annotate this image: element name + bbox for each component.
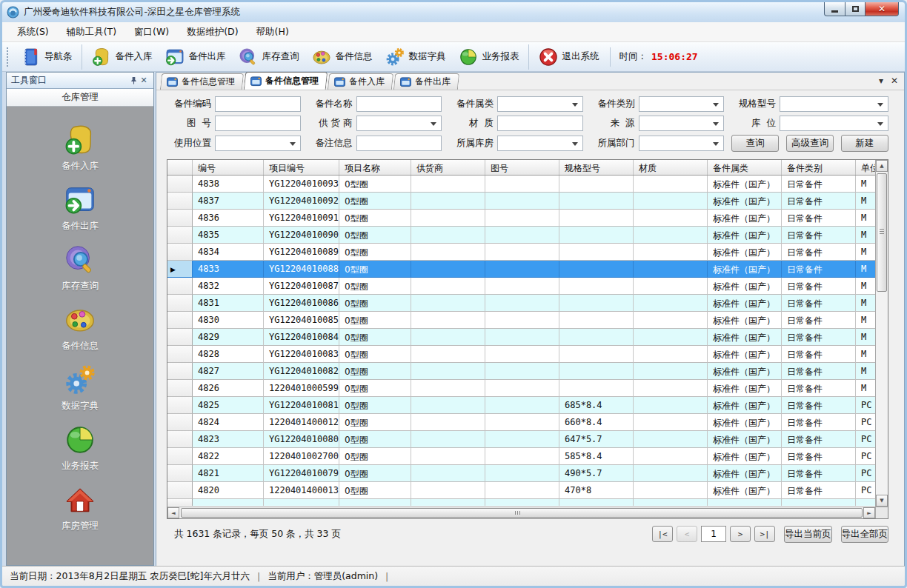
sidebar-item[interactable]: 备件信息 bbox=[62, 303, 99, 353]
cell-category[interactable]: 标准件（国产） bbox=[708, 193, 782, 210]
cell-category[interactable]: 标准件（国产） bbox=[708, 176, 782, 193]
cell-project-name[interactable]: 0型圈 bbox=[339, 312, 411, 329]
cell-id[interactable]: 4828 bbox=[193, 346, 264, 363]
cell-project-name[interactable]: 0型圈 bbox=[339, 176, 411, 193]
cell-project-no[interactable]: YG12204010090 bbox=[264, 227, 339, 244]
row-selector[interactable] bbox=[167, 210, 193, 227]
cell-category[interactable]: 标准件（国产） bbox=[708, 448, 782, 465]
cell-project-no[interactable]: YG12204010085 bbox=[264, 312, 339, 329]
sidebar-item[interactable]: 备件入库 bbox=[62, 123, 99, 173]
cell-spec[interactable]: 470*8 bbox=[559, 482, 634, 499]
close-button[interactable]: ✕ bbox=[866, 2, 899, 16]
grid-column-header[interactable]: 编号 bbox=[193, 160, 264, 175]
row-selector[interactable] bbox=[167, 346, 193, 363]
cell-project-no[interactable]: YG12204010087 bbox=[264, 278, 339, 295]
form-field-input[interactable] bbox=[215, 116, 301, 131]
cell-unit[interactable]: M bbox=[856, 363, 875, 380]
grid-column-header[interactable]: 单位 bbox=[856, 160, 875, 175]
cell-project-name[interactable]: 0型圈 bbox=[339, 346, 411, 363]
cell-supplier[interactable] bbox=[411, 193, 485, 210]
pin-icon[interactable] bbox=[128, 76, 139, 86]
row-selector[interactable] bbox=[167, 278, 193, 295]
cell-material[interactable] bbox=[634, 193, 708, 210]
cell-material[interactable] bbox=[634, 227, 708, 244]
sidebar-item[interactable]: 库存查询 bbox=[62, 243, 99, 293]
cell-id[interactable]: 4826 bbox=[193, 380, 264, 397]
row-selector[interactable] bbox=[167, 397, 193, 414]
cell-id[interactable]: 4832 bbox=[193, 278, 264, 295]
table-row[interactable]: 4832 YG12204010087 0型圈 标准件（国产） 日常备件 M bbox=[167, 278, 875, 295]
tab-list-chevron-down-icon[interactable]: ▾ bbox=[879, 76, 883, 86]
table-row[interactable]: 4833 YG12204010088 0型圈 标准件（国产） 日常备件 M bbox=[167, 261, 875, 278]
cell-material[interactable] bbox=[634, 244, 708, 261]
cell-id[interactable]: 4822 bbox=[193, 448, 264, 465]
row-selector[interactable] bbox=[167, 176, 193, 193]
cell-drawing-no[interactable] bbox=[485, 295, 559, 312]
grid-column-header[interactable]: 图号 bbox=[485, 160, 559, 175]
form-field-input[interactable] bbox=[215, 96, 301, 112]
cell-spec[interactable]: 660*8.4 bbox=[559, 414, 634, 431]
cell-type[interactable]: 日常备件 bbox=[782, 363, 856, 380]
row-selector[interactable] bbox=[167, 295, 193, 312]
row-selector[interactable] bbox=[167, 193, 193, 210]
cell-type[interactable]: 日常备件 bbox=[782, 227, 856, 244]
cell-category[interactable]: 标准件（国产） bbox=[708, 244, 782, 261]
cell-id[interactable]: 4836 bbox=[193, 210, 264, 227]
row-selector[interactable] bbox=[167, 312, 193, 329]
cell-type[interactable]: 日常备件 bbox=[782, 465, 856, 482]
row-selector[interactable] bbox=[167, 431, 193, 448]
table-row[interactable]: 4830 YG12204010085 0型圈 标准件（国产） 日常备件 M bbox=[167, 312, 875, 329]
cell-project-no[interactable]: YG12204010093 bbox=[264, 176, 339, 193]
cell-supplier[interactable] bbox=[411, 346, 485, 363]
cell-project-name[interactable]: 0型圈 bbox=[339, 397, 411, 414]
row-selector[interactable] bbox=[167, 244, 193, 261]
table-row[interactable]: 4828 YG12204010083 0型圈 标准件（国产） 日常备件 M bbox=[167, 346, 875, 363]
grid-column-header[interactable]: 材质 bbox=[634, 160, 708, 175]
cell-type[interactable]: 日常备件 bbox=[782, 482, 856, 499]
cell-type[interactable]: 日常备件 bbox=[782, 295, 856, 312]
cell-material[interactable] bbox=[634, 482, 708, 499]
cell-material[interactable] bbox=[634, 465, 708, 482]
cell-type[interactable]: 日常备件 bbox=[782, 176, 856, 193]
cell-id[interactable]: 4830 bbox=[193, 312, 264, 329]
cell-type[interactable]: 日常备件 bbox=[782, 193, 856, 210]
cell-id[interactable]: 4824 bbox=[193, 414, 264, 431]
form-field-input[interactable] bbox=[780, 116, 888, 131]
cell-category[interactable]: 标准件（国产） bbox=[708, 295, 782, 312]
cell-project-no[interactable]: YG12204010080 bbox=[264, 431, 339, 448]
cell-project-name[interactable]: 0型圈 bbox=[339, 261, 411, 278]
cell-project-name[interactable]: 0型圈 bbox=[339, 210, 411, 227]
cell-spec[interactable] bbox=[559, 295, 634, 312]
cell-spec[interactable] bbox=[559, 346, 634, 363]
cell-unit[interactable]: M bbox=[856, 312, 875, 329]
export-current-page-button[interactable]: 导出当前页 bbox=[784, 526, 832, 543]
table-row[interactable]: 4829 YG12204010084 0型圈 标准件（国产） 日常备件 M bbox=[167, 329, 875, 346]
toolbar-button[interactable]: 导航条 bbox=[14, 44, 79, 70]
cell-unit[interactable]: PC bbox=[856, 397, 875, 414]
cell-drawing-no[interactable] bbox=[485, 278, 559, 295]
document-tab[interactable]: 备件信息管理 bbox=[244, 72, 328, 90]
cell-material[interactable] bbox=[634, 397, 708, 414]
cell-spec[interactable] bbox=[559, 176, 634, 193]
cell-type[interactable]: 日常备件 bbox=[782, 329, 856, 346]
cell-supplier[interactable] bbox=[411, 431, 485, 448]
table-row[interactable]: 4823 YG12204010080 0型圈 647*5.7 标准件（国产） 日… bbox=[167, 431, 875, 448]
table-row[interactable]: 4827 YG12204010082 0型圈 标准件（国产） 日常备件 M bbox=[167, 363, 875, 380]
menu-item[interactable]: 系统(S) bbox=[8, 23, 58, 41]
row-selector[interactable] bbox=[167, 329, 193, 346]
tab-close-icon[interactable]: ✕ bbox=[891, 76, 898, 86]
cell-project-name[interactable]: 0型圈 bbox=[339, 244, 411, 261]
cell-unit[interactable]: M bbox=[856, 227, 875, 244]
cell-unit[interactable]: M bbox=[856, 278, 875, 295]
cell-project-name[interactable]: 0型圈 bbox=[339, 482, 411, 499]
cell-category[interactable]: 标准件（国产） bbox=[708, 210, 782, 227]
cell-drawing-no[interactable] bbox=[485, 261, 559, 278]
cell-spec[interactable] bbox=[559, 210, 634, 227]
cell-unit[interactable]: PC bbox=[856, 448, 875, 465]
cell-spec[interactable] bbox=[559, 244, 634, 261]
cell-material[interactable] bbox=[634, 448, 708, 465]
table-row[interactable]: 4825 YG12204010081 0型圈 685*8.4 标准件（国产） 日… bbox=[167, 397, 875, 414]
grid-column-header[interactable]: 备件属类 bbox=[708, 160, 782, 175]
toolbar-button[interactable]: 备件入库 bbox=[82, 44, 159, 70]
toolbar-grip-handle[interactable] bbox=[7, 47, 10, 67]
